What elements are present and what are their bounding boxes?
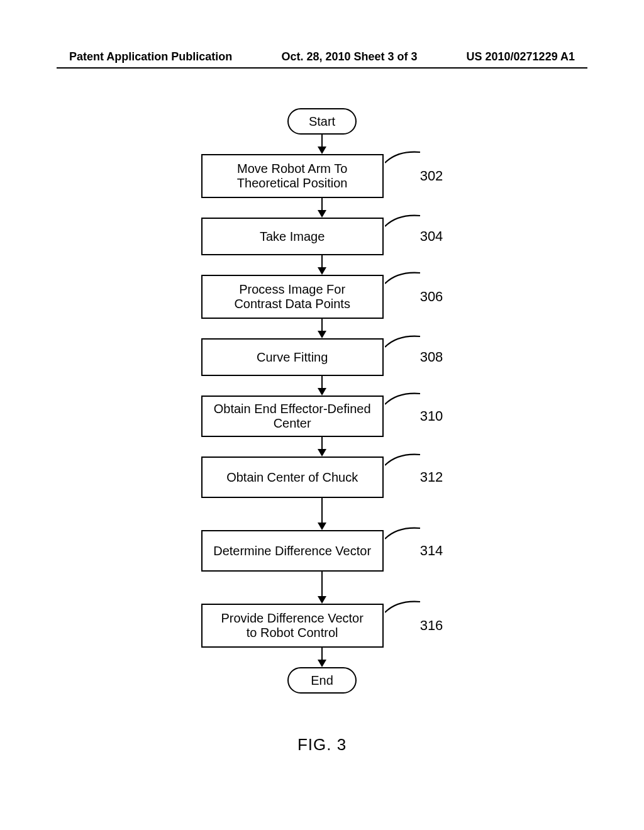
header-row: Patent Application Publication Oct. 28, … (0, 50, 644, 67)
arrow-down-icon (318, 498, 326, 530)
reference-number: 308 (420, 349, 443, 365)
figure-caption: FIG. 3 (0, 735, 644, 755)
flowchart: StartMove Robot Arm To Theoretical Posit… (0, 108, 644, 694)
leader-line-icon (385, 150, 423, 164)
page-header: Patent Application Publication Oct. 28, … (0, 50, 644, 69)
process-box: Take Image (201, 218, 384, 255)
reference-number: 314 (420, 543, 443, 559)
leader-line-icon (385, 453, 423, 467)
arrow-down-icon (318, 376, 326, 396)
header-rule (57, 67, 587, 69)
reference-number: 302 (420, 168, 443, 184)
leader-line-icon (385, 214, 423, 228)
header-left: Patent Application Publication (69, 50, 232, 64)
arrow-down-icon (318, 437, 326, 456)
process-box: Move Robot Arm To Theoretical Position (201, 154, 384, 198)
flow-step: Provide Difference Vector to Robot Contr… (201, 604, 443, 648)
leader-line-icon (385, 392, 423, 406)
leader-line-icon (385, 271, 423, 285)
end-terminal: End (287, 667, 357, 694)
process-box: Curve Fitting (201, 338, 384, 376)
flow-step: Move Robot Arm To Theoretical Position30… (201, 154, 443, 198)
start-terminal: Start (287, 108, 357, 135)
flow-step: Obtain Center of Chuck312 (201, 456, 443, 498)
reference-number: 306 (420, 289, 443, 305)
process-box: Determine Difference Vector (201, 530, 384, 572)
header-center: Oct. 28, 2010 Sheet 3 of 3 (281, 50, 417, 64)
leader-line-icon (385, 335, 423, 348)
header-right: US 2010/0271229 A1 (467, 50, 575, 64)
flow-step: Determine Difference Vector314 (201, 530, 443, 572)
flow-step: Obtain End Effector-Defined Center310 (201, 396, 443, 437)
leader-line-icon (385, 600, 423, 614)
process-box: Process Image For Contrast Data Points (201, 275, 384, 319)
reference-number: 312 (420, 469, 443, 485)
arrow-down-icon (318, 135, 326, 154)
reference-number: 316 (420, 617, 443, 634)
process-box: Obtain Center of Chuck (201, 456, 384, 498)
reference-number: 310 (420, 408, 443, 424)
process-box: Obtain End Effector-Defined Center (201, 396, 384, 437)
arrow-down-icon (318, 198, 326, 218)
flow-step: Take Image304 (201, 218, 443, 255)
flow-step: Curve Fitting308 (201, 338, 443, 376)
arrow-down-icon (318, 255, 326, 275)
flow-step: Process Image For Contrast Data Points30… (201, 275, 443, 319)
process-box: Provide Difference Vector to Robot Contr… (201, 604, 384, 648)
leader-line-icon (385, 526, 423, 540)
arrow-down-icon (318, 319, 326, 338)
arrow-down-icon (318, 572, 326, 604)
arrow-down-icon (318, 648, 326, 667)
page: Patent Application Publication Oct. 28, … (0, 0, 644, 830)
reference-number: 304 (420, 228, 443, 245)
